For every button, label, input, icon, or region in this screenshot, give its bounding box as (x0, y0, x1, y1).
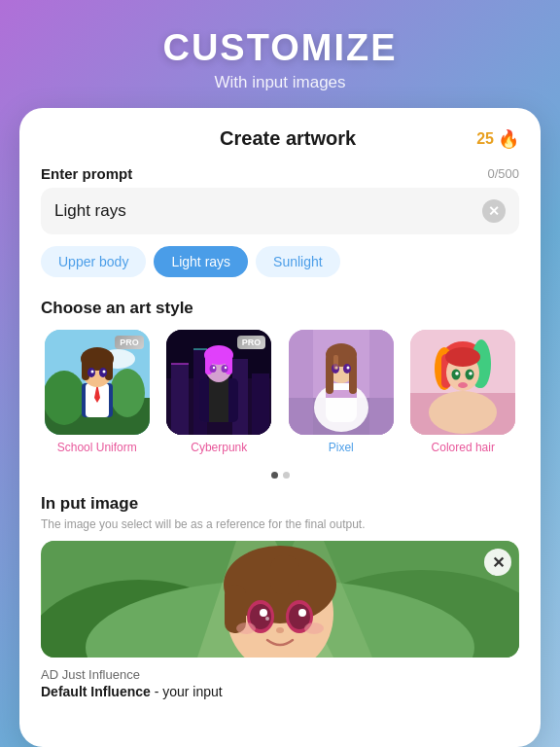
art-styles-grid: PRO School Uniform (41, 330, 519, 454)
svg-rect-38 (369, 330, 394, 435)
art-style-cyberpunk[interactable]: PRO Cyberpunk (163, 330, 276, 454)
svg-rect-26 (209, 378, 228, 422)
page-subtitle: With input images (162, 73, 397, 92)
suggestion-chip-upper-body[interactable]: Upper body (41, 246, 146, 277)
art-style-label-school: School Uniform (57, 441, 137, 454)
art-style-pixel-img (289, 330, 394, 435)
svg-point-81 (298, 609, 306, 617)
svg-point-32 (222, 365, 228, 373)
svg-rect-50 (333, 355, 338, 370)
card-header: Create artwork 25 🔥 (41, 127, 519, 150)
dot-2 (283, 472, 290, 479)
svg-rect-18 (171, 364, 189, 435)
svg-rect-75 (270, 555, 299, 594)
art-style-school-uniform[interactable]: PRO School Uniform (41, 330, 154, 454)
svg-point-62 (455, 372, 459, 375)
svg-rect-44 (326, 355, 333, 394)
svg-point-80 (260, 609, 267, 617)
art-style-colored-hair[interactable]: Colored hair (407, 330, 520, 454)
suggestion-chip-light-rays[interactable]: Light rays (154, 246, 248, 277)
credits-amount: 25 (476, 130, 494, 148)
art-style-school-img: PRO (45, 330, 150, 435)
svg-point-53 (429, 391, 497, 434)
svg-point-82 (265, 617, 269, 621)
pro-badge-school: PRO (115, 336, 144, 349)
svg-point-31 (210, 365, 217, 373)
svg-point-49 (346, 367, 349, 370)
clear-input-button[interactable]: ✕ (482, 199, 506, 223)
pagination-dots (41, 472, 519, 479)
prompt-label: Enter prompt (41, 165, 132, 182)
image-preview[interactable]: ✕ (41, 541, 519, 658)
art-style-cyber-img: PRO (166, 330, 271, 435)
page-header: CUSTOMIZE With input images (143, 0, 416, 108)
art-style-section: Choose an art style (41, 299, 519, 454)
dot-1 (271, 472, 278, 479)
svg-point-65 (445, 347, 480, 367)
svg-rect-45 (349, 355, 357, 394)
art-style-title: Choose an art style (41, 299, 519, 318)
svg-point-34 (225, 367, 227, 369)
svg-point-63 (469, 372, 472, 375)
suggestion-chips: Upper body Light rays Sunlight (41, 246, 519, 277)
art-style-label-colored: Colored hair (432, 441, 495, 454)
svg-rect-21 (252, 374, 269, 435)
input-image-section: In put image The image you select will b… (41, 494, 519, 699)
svg-point-15 (102, 371, 105, 374)
suggestion-chip-sunlight[interactable]: Sunlight (256, 246, 340, 277)
pro-badge-cyber: PRO (237, 336, 266, 349)
svg-point-2 (45, 371, 86, 425)
image-info-ad: AD Just Influence (41, 667, 519, 682)
prompt-input[interactable] (54, 201, 482, 221)
char-count: 0/500 (487, 166, 519, 181)
art-style-colored-img (410, 330, 515, 435)
svg-point-33 (213, 367, 215, 369)
svg-point-85 (276, 627, 284, 633)
svg-point-83 (236, 622, 256, 634)
flame-icon: 🔥 (498, 128, 519, 150)
page-title: CUSTOMIZE (162, 27, 397, 69)
art-style-pixel[interactable]: Pixel (285, 330, 398, 454)
image-info-influence: Default Influence - your input (41, 684, 519, 699)
prompt-input-wrapper[interactable]: ✕ (41, 188, 519, 234)
image-info: AD Just Influence Default Influence - yo… (41, 658, 519, 699)
remove-image-button[interactable]: ✕ (484, 549, 511, 576)
art-style-label-cyber: Cyberpunk (191, 441, 247, 454)
svg-point-3 (110, 369, 145, 417)
card-title: Create artwork (99, 127, 476, 150)
prompt-label-row: Enter prompt 0/500 (41, 165, 519, 182)
credits-display: 25 🔥 (476, 128, 519, 150)
input-image-title: In put image (41, 494, 519, 514)
image-preview-inner: ✕ (41, 541, 519, 658)
svg-point-84 (304, 622, 324, 634)
art-style-label-pixel: Pixel (329, 441, 354, 454)
main-card: Create artwork 25 🔥 Enter prompt 0/500 ✕… (19, 108, 541, 747)
svg-point-14 (90, 371, 93, 374)
input-image-desc: The image you select will be as a refere… (41, 517, 519, 531)
svg-point-64 (458, 382, 468, 388)
svg-rect-37 (289, 330, 313, 435)
